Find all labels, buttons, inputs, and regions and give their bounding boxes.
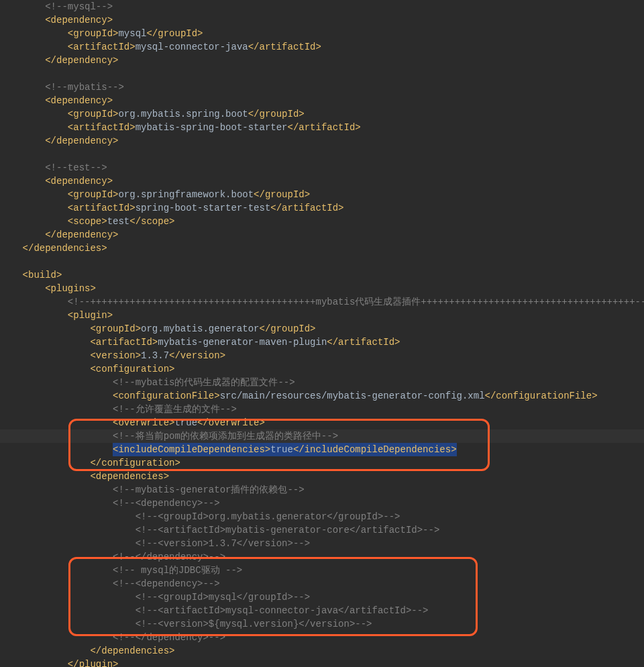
code-token: <!--<dependency>--> bbox=[113, 578, 220, 589]
code-line[interactable]: <dependency> bbox=[0, 13, 644, 27]
code-line[interactable]: <includeCompileDependencies>true</includ… bbox=[0, 443, 644, 456]
code-line[interactable]: </dependencies> bbox=[0, 242, 644, 255]
code-token: <groupId> bbox=[68, 109, 119, 119]
code-line[interactable]: <!--mybatis的代码生成器的配置文件--> bbox=[0, 376, 644, 389]
code-line[interactable]: <artifactId>mybatis-spring-boot-starter<… bbox=[0, 121, 644, 134]
code-line[interactable]: <configuration> bbox=[0, 362, 644, 376]
code-line[interactable]: <groupId>mysql</groupId> bbox=[0, 27, 644, 40]
selected-text[interactable]: <includeCompileDependencies>true</includ… bbox=[113, 443, 457, 456]
code-token: <build> bbox=[23, 270, 62, 280]
code-line[interactable]: <artifactId>mysql-connector-java</artifa… bbox=[0, 40, 644, 54]
code-token: true bbox=[174, 417, 197, 428]
code-token: <configurationFile> bbox=[113, 391, 220, 401]
code-token: </artifactId> bbox=[288, 122, 361, 133]
code-token: </plugin> bbox=[68, 659, 119, 667]
code-line[interactable] bbox=[0, 148, 644, 161]
code-token: mybatis-generator-maven-plugin bbox=[158, 337, 327, 348]
code-token: 1.3.7 bbox=[141, 350, 169, 361]
code-line[interactable]: <scope>test</scope> bbox=[0, 215, 644, 228]
code-token: <groupId> bbox=[68, 189, 119, 200]
code-line[interactable]: <!--<artifactId>mybatis-generator-core</… bbox=[0, 523, 644, 537]
code-token: <!--<artifactId>mysql-connector-java</ar… bbox=[136, 605, 429, 616]
code-line[interactable]: </dependency> bbox=[0, 134, 644, 148]
code-line[interactable]: <!--<dependency>--> bbox=[0, 577, 644, 591]
code-token: </version> bbox=[169, 350, 225, 361]
code-token: </groupId> bbox=[146, 28, 203, 39]
code-token: <!--mybatis-generator插件的依赖包--> bbox=[113, 484, 305, 495]
code-token: <!--<version>${mysql.version}</version>-… bbox=[136, 619, 372, 629]
code-editor[interactable]: <!--mysql--> <dependency> <groupId>mysql… bbox=[0, 0, 644, 667]
code-line[interactable]: <overwrite>true</overwrite> bbox=[0, 416, 644, 429]
code-token: true bbox=[270, 444, 293, 455]
code-line[interactable]: </dependency> bbox=[0, 54, 644, 67]
code-token: <groupId> bbox=[90, 323, 141, 334]
code-token: <!-- mysql的JDBC驱动 --> bbox=[113, 565, 242, 576]
code-line-current[interactable]: <!--将当前pom的依赖项添加到生成器的类路径中--> bbox=[0, 429, 644, 443]
code-line[interactable]: <configurationFile>src/main/resources/my… bbox=[0, 389, 644, 403]
code-line[interactable]: <groupId>org.mybatis.generator</groupId> bbox=[0, 322, 644, 336]
code-token: <artifactId> bbox=[68, 203, 136, 213]
code-token: <!--++++++++++++++++++++++++++++++++++++… bbox=[68, 297, 644, 307]
code-token: </configurationFile> bbox=[485, 391, 598, 401]
code-line[interactable]: <!--<artifactId>mysql-connector-java</ar… bbox=[0, 604, 644, 617]
code-line[interactable]: <plugin> bbox=[0, 309, 644, 322]
code-token: <dependency> bbox=[45, 95, 113, 106]
code-line[interactable]: <groupId>org.springframework.boot</group… bbox=[0, 188, 644, 201]
code-line[interactable]: <!--<groupId>org.mybatis.generator</grou… bbox=[0, 510, 644, 523]
code-token: <!--</dependency>--> bbox=[113, 632, 225, 643]
code-token: </artifactId> bbox=[270, 203, 343, 213]
code-line[interactable]: <!--mybatis-generator插件的依赖包--> bbox=[0, 483, 644, 497]
code-line[interactable]: </configuration> bbox=[0, 456, 644, 470]
code-line[interactable]: <!--test--> bbox=[0, 161, 644, 174]
code-line[interactable]: <!--<dependency>--> bbox=[0, 497, 644, 510]
code-line[interactable]: <!--<groupId>mysql</groupId>--> bbox=[0, 591, 644, 604]
code-line[interactable] bbox=[0, 67, 644, 81]
code-line[interactable]: </dependencies> bbox=[0, 644, 644, 658]
code-token: <!--mysql--> bbox=[45, 1, 113, 12]
code-token: </dependency> bbox=[45, 229, 118, 240]
code-token: <groupId> bbox=[68, 28, 119, 39]
code-line[interactable]: <!--允许覆盖生成的文件--> bbox=[0, 403, 644, 416]
code-token: <!--mybatis--> bbox=[45, 82, 124, 93]
code-token: <plugin> bbox=[68, 310, 113, 321]
code-token: <version> bbox=[90, 350, 141, 361]
code-line[interactable]: <!-- mysql的JDBC驱动 --> bbox=[0, 564, 644, 577]
code-token: mysql bbox=[118, 28, 146, 39]
code-line[interactable]: <dependency> bbox=[0, 174, 644, 188]
code-token: </includeCompileDependencies> bbox=[293, 444, 457, 455]
code-token: </artifactId> bbox=[248, 42, 321, 52]
code-token: <!--</dependency>--> bbox=[113, 552, 225, 562]
code-line[interactable]: <!--mybatis--> bbox=[0, 81, 644, 94]
code-token: </dependencies> bbox=[23, 243, 107, 254]
code-line[interactable]: <!--<version>1.3.7</version>--> bbox=[0, 537, 644, 550]
code-line[interactable]: </dependency> bbox=[0, 228, 644, 242]
code-token: <!--<dependency>--> bbox=[113, 498, 220, 509]
code-line[interactable]: <dependency> bbox=[0, 94, 644, 107]
code-token: org.mybatis.spring.boot bbox=[118, 109, 248, 119]
code-line[interactable]: <artifactId>mybatis-generator-maven-plug… bbox=[0, 336, 644, 349]
code-line[interactable]: <!--</dependency>--> bbox=[0, 550, 644, 564]
code-token: </configuration> bbox=[90, 458, 180, 468]
code-token: </scope> bbox=[129, 216, 174, 227]
code-token: org.mybatis.generator bbox=[141, 323, 259, 334]
code-token: <!--<version>1.3.7</version>--> bbox=[136, 538, 310, 549]
code-line[interactable]: <build> bbox=[0, 268, 644, 282]
code-token: <scope> bbox=[68, 216, 107, 227]
code-line[interactable]: <artifactId>spring-boot-starter-test</ar… bbox=[0, 201, 644, 215]
code-line[interactable]: <!--++++++++++++++++++++++++++++++++++++… bbox=[0, 295, 644, 309]
code-token: <!--mybatis的代码生成器的配置文件--> bbox=[113, 377, 295, 388]
code-token: <!--将当前pom的依赖项添加到生成器的类路径中--> bbox=[113, 431, 338, 442]
code-token: <dependency> bbox=[45, 15, 113, 25]
code-line[interactable]: <version>1.3.7</version> bbox=[0, 349, 644, 362]
code-line[interactable]: <!--</dependency>--> bbox=[0, 631, 644, 644]
code-line[interactable]: <groupId>org.mybatis.spring.boot</groupI… bbox=[0, 107, 644, 121]
code-token: <!--允许覆盖生成的文件--> bbox=[113, 404, 237, 415]
code-line[interactable]: <!--<version>${mysql.version}</version>-… bbox=[0, 617, 644, 631]
code-line[interactable] bbox=[0, 255, 644, 268]
code-line[interactable]: <plugins> bbox=[0, 282, 644, 295]
code-line[interactable]: </plugin> bbox=[0, 658, 644, 667]
code-line[interactable]: <dependencies> bbox=[0, 470, 644, 483]
code-line[interactable]: <!--mysql--> bbox=[0, 0, 644, 13]
code-token: </groupId> bbox=[254, 189, 310, 200]
code-token: <includeCompileDependencies> bbox=[113, 444, 270, 455]
